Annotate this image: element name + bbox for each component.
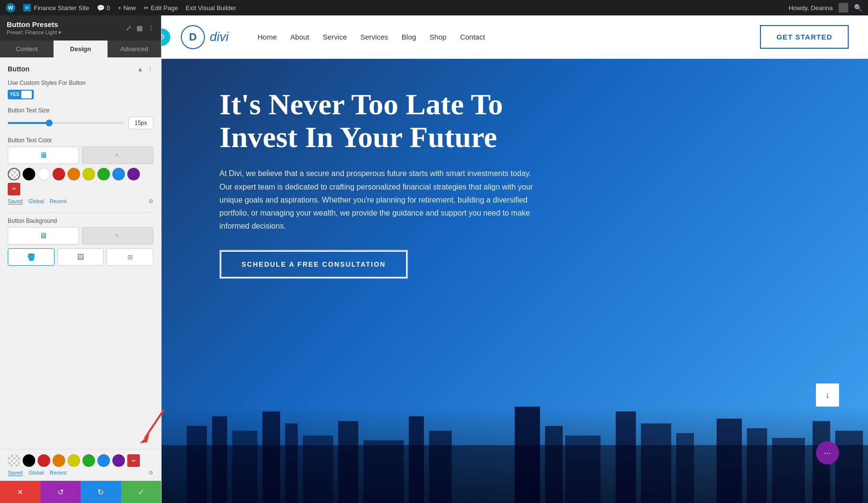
admin-site-name[interactable]: W Finance Starter Site bbox=[23, 4, 89, 12]
bottom-color-yellow[interactable] bbox=[68, 454, 80, 467]
bottom-color-transparent[interactable] bbox=[8, 454, 20, 467]
nav-services[interactable]: Services bbox=[360, 33, 388, 41]
color-transparent[interactable] bbox=[8, 168, 20, 180]
get-started-button[interactable]: GET STARTED bbox=[760, 25, 849, 49]
redo-icon: ↻ bbox=[97, 488, 104, 497]
bottom-color-orange[interactable] bbox=[53, 454, 65, 467]
bg-image-btn[interactable]: 🖼 bbox=[57, 248, 104, 266]
color-black[interactable] bbox=[23, 168, 35, 180]
more-icon[interactable]: ⋮ bbox=[148, 24, 154, 32]
text-color-palette: ✏ bbox=[8, 168, 153, 195]
nav-home[interactable]: Home bbox=[258, 33, 277, 41]
svg-rect-19 bbox=[717, 419, 742, 503]
floating-teal-button[interactable]: ⚙ bbox=[162, 28, 170, 46]
panel-footer: ✕ ↺ ↻ ✓ bbox=[0, 481, 161, 503]
bottom-global-tab[interactable]: Global bbox=[28, 470, 44, 476]
city-silhouette bbox=[162, 397, 868, 503]
svg-rect-6 bbox=[262, 411, 280, 503]
recent-tab[interactable]: Recent bbox=[50, 198, 67, 204]
svg-rect-11 bbox=[409, 416, 424, 503]
hero-cta-button[interactable]: SCHEDULE A FREE CONSULTATION bbox=[220, 251, 407, 278]
bottom-color-pencil[interactable]: ✏ bbox=[127, 454, 140, 467]
hero-title: It's Never Too Late To Invest In Your Fu… bbox=[219, 88, 538, 153]
bottom-color-purple[interactable] bbox=[112, 454, 125, 467]
bottom-color-red[interactable] bbox=[38, 454, 50, 467]
text-color-field: Button Text Color 🖥 ↖ bbox=[8, 137, 153, 204]
nav-shop[interactable]: Shop bbox=[430, 33, 447, 41]
bottom-color-palette: ✏ bbox=[8, 454, 153, 467]
color-white[interactable] bbox=[38, 168, 50, 180]
nav-blog[interactable]: Blog bbox=[402, 33, 416, 41]
nav-contact[interactable]: Contact bbox=[460, 33, 485, 41]
color-purple[interactable] bbox=[127, 168, 140, 180]
text-color-swatch-arrow[interactable]: ↖ bbox=[82, 147, 153, 164]
background-label: Button Background bbox=[8, 218, 153, 224]
redo-button[interactable]: ↻ bbox=[81, 481, 121, 503]
site-logo[interactable]: D divi bbox=[181, 25, 229, 49]
bottom-color-blue[interactable] bbox=[97, 454, 110, 467]
comments-link[interactable]: 💬 0 bbox=[97, 4, 110, 12]
search-icon[interactable]: 🔍 bbox=[854, 4, 862, 12]
tab-design[interactable]: Design bbox=[54, 41, 107, 57]
svg-rect-13 bbox=[515, 407, 540, 503]
expand-icon[interactable]: ⤢ bbox=[126, 24, 132, 32]
text-size-slider-track[interactable] bbox=[8, 122, 123, 124]
color-blue[interactable] bbox=[112, 168, 125, 180]
tab-content[interactable]: Content bbox=[0, 41, 54, 57]
tab-advanced[interactable]: Advanced bbox=[108, 41, 161, 57]
bg-color-btn[interactable]: 🪣 bbox=[8, 248, 54, 266]
nav-about[interactable]: About bbox=[290, 33, 309, 41]
grid-icon[interactable]: ▦ bbox=[136, 24, 143, 32]
color-orange[interactable] bbox=[68, 168, 80, 180]
bottom-recent-tab[interactable]: Recent bbox=[50, 470, 67, 476]
global-tab[interactable]: Global bbox=[28, 198, 44, 204]
down-arrow-button[interactable]: ↓ bbox=[816, 383, 839, 407]
bottom-saved-tab[interactable]: Saved bbox=[8, 470, 23, 476]
admin-bar-right: Howdy, Deanna 🔍 bbox=[788, 3, 862, 13]
collapse-icon[interactable]: ▲ bbox=[137, 66, 143, 73]
saved-tab[interactable]: Saved bbox=[8, 198, 23, 204]
bg-swatch-monitor[interactable]: 🖥 bbox=[8, 227, 79, 245]
color-red[interactable] bbox=[53, 168, 65, 180]
bottom-settings-icon[interactable]: ⚙ bbox=[149, 470, 153, 476]
bottom-color-black[interactable] bbox=[23, 454, 35, 467]
nav-service[interactable]: Service bbox=[323, 33, 347, 41]
cta-button-wrapper: SCHEDULE A FREE CONSULTATION bbox=[219, 250, 408, 279]
bg-pattern-btn[interactable]: ⊞ bbox=[107, 248, 153, 266]
logo-circle: D bbox=[181, 25, 205, 49]
bg-type-row: 🪣 🖼 ⊞ bbox=[8, 248, 153, 266]
color-pencil[interactable]: ✏ bbox=[8, 183, 20, 195]
panel-preset: Preset: Finance Light ▾ bbox=[7, 29, 61, 36]
text-color-label: Button Text Color bbox=[8, 137, 153, 144]
custom-styles-toggle[interactable]: YES bbox=[8, 90, 34, 99]
bottom-color-green[interactable] bbox=[82, 454, 95, 467]
svg-rect-20 bbox=[747, 428, 767, 503]
svg-rect-5 bbox=[232, 431, 258, 503]
main-layout: Button Presets Preset: Finance Light ▾ ⤢… bbox=[0, 15, 868, 503]
plus-icon: + bbox=[118, 4, 122, 12]
dots-menu-button[interactable]: ··· bbox=[816, 441, 839, 464]
color-yellow[interactable] bbox=[82, 168, 95, 180]
undo-button[interactable]: ↺ bbox=[41, 481, 81, 503]
new-link[interactable]: + New bbox=[118, 4, 136, 12]
section-more-icon[interactable]: ⋮ bbox=[147, 66, 153, 73]
edit-page-link[interactable]: ✏ Edit Page bbox=[144, 4, 178, 12]
bg-swatch-arrow[interactable]: ↖ bbox=[82, 227, 153, 245]
user-avatar[interactable] bbox=[839, 3, 848, 13]
cancel-button[interactable]: ✕ bbox=[0, 481, 41, 503]
paint-bucket-icon: 🪣 bbox=[27, 253, 35, 261]
text-color-swatch-monitor[interactable]: 🖥 bbox=[8, 147, 79, 164]
cursor-icon: ↖ bbox=[115, 151, 121, 159]
slider-fill bbox=[8, 122, 48, 124]
logo-text: divi bbox=[210, 29, 229, 44]
toggle-yes-label: YES bbox=[10, 92, 19, 97]
text-size-value[interactable]: 15px bbox=[128, 117, 153, 129]
svg-rect-17 bbox=[641, 423, 671, 503]
wp-logo-icon[interactable]: W bbox=[6, 3, 15, 13]
svg-rect-10 bbox=[364, 440, 404, 503]
save-button[interactable]: ✓ bbox=[121, 481, 162, 503]
slider-thumb[interactable] bbox=[46, 120, 53, 126]
color-settings-icon[interactable]: ⚙ bbox=[149, 198, 153, 204]
color-green[interactable] bbox=[97, 168, 110, 180]
exit-builder-link[interactable]: Exit Visual Builder bbox=[186, 4, 236, 12]
